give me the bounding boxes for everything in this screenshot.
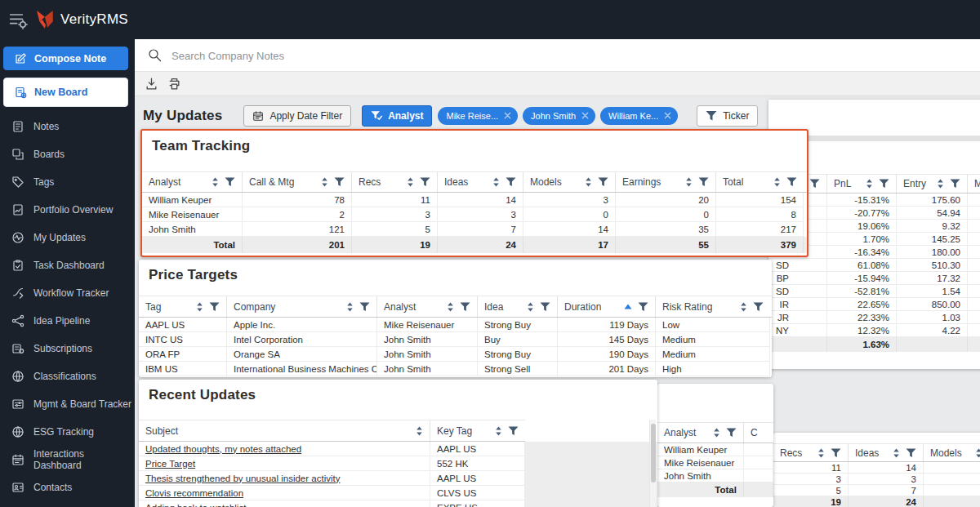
- column-header-analyst[interactable]: Analyst: [377, 296, 478, 317]
- column-header-key-tag[interactable]: Key Tag: [430, 420, 525, 441]
- sidebar-item-contacts[interactable]: Contacts: [0, 474, 135, 501]
- filter-icon[interactable]: [950, 179, 960, 189]
- scrollbar-thumb[interactable]: [651, 424, 656, 483]
- sort-ascending-icon[interactable]: [624, 304, 632, 309]
- ticker-filter-button[interactable]: Ticker: [697, 105, 758, 127]
- compose-note-button[interactable]: Compose Note: [3, 47, 128, 70]
- sort-icon[interactable]: [212, 177, 219, 187]
- sort-icon[interactable]: [585, 177, 592, 187]
- sort-icon[interactable]: [346, 302, 354, 312]
- close-icon[interactable]: [664, 112, 671, 119]
- filter-icon[interactable]: [638, 302, 648, 312]
- column-header-total[interactable]: Total: [716, 172, 804, 192]
- print-icon[interactable]: [167, 77, 181, 91]
- sort-icon[interactable]: [893, 448, 900, 458]
- column-header-analyst[interactable]: Analyst: [657, 423, 744, 443]
- sort-icon[interactable]: [937, 179, 944, 189]
- filter-icon[interactable]: [786, 177, 797, 187]
- analyst-filter-button[interactable]: Analyst: [362, 105, 432, 127]
- apply-date-filter-button[interactable]: Apply Date Filter: [243, 105, 351, 127]
- filter-icon[interactable]: [225, 177, 235, 187]
- note-subject-link[interactable]: Thesis strengthened by unusual insider a…: [145, 474, 340, 483]
- note-subject-link[interactable]: Clovis recommendation: [145, 488, 243, 498]
- sort-icon[interactable]: [713, 428, 720, 438]
- note-subject-link[interactable]: Updated thoughts, my notes attached: [145, 444, 301, 454]
- sort-icon[interactable]: [416, 426, 423, 436]
- column-header-subject[interactable]: Subject: [139, 420, 430, 441]
- filter-icon[interactable]: [906, 448, 916, 458]
- team-tracking-widget[interactable]: Team Tracking Analyst Call & Mtg Recs Id…: [140, 129, 808, 257]
- filter-icon[interactable]: [809, 179, 820, 189]
- column-header-tag[interactable]: Tag: [139, 296, 227, 317]
- filter-icon[interactable]: [598, 177, 608, 187]
- column-header-ideas[interactable]: Ideas: [438, 172, 523, 192]
- filter-icon[interactable]: [540, 302, 550, 312]
- search-input[interactable]: [172, 46, 580, 65]
- new-board-button[interactable]: New Board: [3, 78, 128, 107]
- sidebar-item-boards[interactable]: Boards: [0, 140, 135, 168]
- column-header-recs[interactable]: Recs: [352, 172, 438, 192]
- sort-icon[interactable]: [407, 177, 414, 187]
- sidebar-item-classifications[interactable]: Classifications: [0, 362, 135, 390]
- sidebar-item-portfolio-overview[interactable]: Portfolio Overview: [0, 196, 135, 224]
- sort-icon[interactable]: [685, 177, 693, 187]
- sort-icon[interactable]: [527, 302, 534, 312]
- column-header-ideas[interactable]: Ideas: [849, 444, 924, 461]
- note-subject-link[interactable]: Price Target: [145, 459, 195, 469]
- filter-icon[interactable]: [460, 302, 470, 312]
- sort-icon[interactable]: [495, 426, 502, 436]
- filter-icon[interactable]: [698, 177, 709, 187]
- column-header-analyst[interactable]: Analyst: [142, 172, 243, 192]
- column-header-recs[interactable]: Recs: [773, 444, 849, 461]
- column-header-company[interactable]: Company: [227, 296, 377, 317]
- sort-icon[interactable]: [492, 177, 500, 187]
- column-header-partial[interactable]: M: [968, 175, 980, 193]
- sidebar-item-esg-tracking[interactable]: ESG Tracking: [0, 418, 135, 446]
- column-header-duration-sorted[interactable]: Duration: [558, 296, 656, 317]
- column-header-entry[interactable]: Entry: [897, 175, 968, 193]
- filter-icon[interactable]: [334, 177, 345, 187]
- filter-icon[interactable]: [753, 302, 764, 312]
- analyst-chip-mike[interactable]: Mike Reise...: [438, 107, 518, 125]
- sort-icon[interactable]: [817, 448, 825, 458]
- filter-icon[interactable]: [506, 177, 516, 187]
- sidebar-item-task-dashboard[interactable]: Task Dashboard: [0, 251, 135, 279]
- sort-icon[interactable]: [975, 448, 980, 458]
- menu-settings-icon[interactable]: [8, 10, 28, 29]
- column-header-call-mtg[interactable]: Call & Mtg: [243, 172, 352, 192]
- analyst-chip-william[interactable]: William Ke...: [600, 107, 678, 125]
- download-icon[interactable]: [145, 77, 158, 91]
- sort-icon[interactable]: [866, 179, 873, 189]
- sidebar-item-interactions-dashboard[interactable]: Interactions Dashboard: [0, 446, 135, 474]
- vertical-scrollbar[interactable]: [649, 420, 656, 507]
- close-icon[interactable]: [581, 112, 589, 119]
- sidebar-item-mgmt-board-tracker[interactable]: Mgmt & Board Tracker: [0, 390, 135, 418]
- filter-icon[interactable]: [726, 428, 737, 438]
- sort-icon[interactable]: [447, 302, 454, 312]
- note-subject-link[interactable]: Adding back to watchlist: [145, 503, 246, 507]
- sidebar-item-workflow-tracker[interactable]: Workflow Tracker: [0, 279, 135, 307]
- column-header-idea[interactable]: Idea: [478, 296, 558, 317]
- filter-icon[interactable]: [359, 302, 370, 312]
- sidebar-item-idea-pipeline[interactable]: Idea Pipeline: [0, 307, 135, 335]
- column-header-earnings[interactable]: Earnings: [616, 172, 716, 192]
- sidebar-item-tags[interactable]: Tags: [0, 168, 135, 196]
- sidebar-item-my-updates[interactable]: My Updates: [0, 224, 135, 251]
- close-icon[interactable]: [504, 112, 511, 119]
- filter-icon[interactable]: [831, 448, 841, 458]
- filter-icon[interactable]: [879, 179, 889, 189]
- sort-icon[interactable]: [773, 177, 781, 187]
- column-header-risk-rating[interactable]: Risk Rating: [656, 296, 770, 317]
- filter-icon[interactable]: [209, 302, 220, 312]
- sidebar-item-notes[interactable]: Notes: [0, 113, 135, 140]
- sidebar-item-subscriptions[interactable]: Subscriptions: [0, 335, 135, 362]
- column-header-models[interactable]: Models: [924, 444, 980, 461]
- column-header-models[interactable]: Models: [523, 172, 616, 192]
- filter-icon[interactable]: [420, 177, 430, 187]
- filter-icon[interactable]: [508, 426, 519, 436]
- analyst-chip-john[interactable]: John Smith: [523, 107, 595, 125]
- sort-icon[interactable]: [321, 177, 328, 187]
- sort-icon[interactable]: [740, 302, 747, 312]
- column-header-pnl[interactable]: PnL: [827, 175, 897, 193]
- column-header-partial[interactable]: C: [744, 423, 773, 443]
